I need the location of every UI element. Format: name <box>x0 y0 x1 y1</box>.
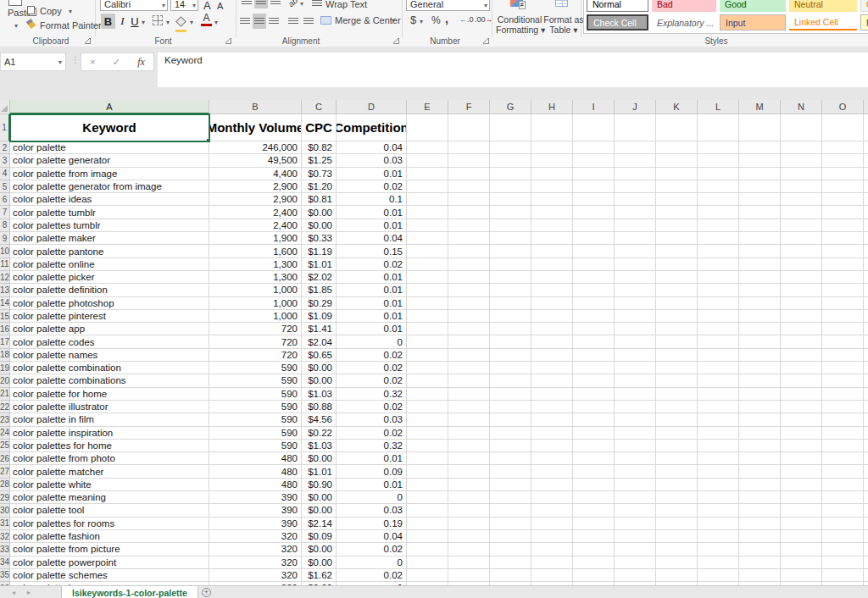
cell-C8[interactable]: $0.00 <box>302 219 337 232</box>
currency-dropdown-icon[interactable]: ▾ <box>420 18 423 25</box>
cell-F34[interactable] <box>448 556 490 569</box>
cell-B27[interactable]: 480 <box>209 465 302 478</box>
cell-D7[interactable]: 0.01 <box>337 206 407 219</box>
cell-M14[interactable] <box>739 297 781 310</box>
cell-F4[interactable] <box>448 168 490 180</box>
cell-K16[interactable] <box>656 323 698 335</box>
cell-I12[interactable] <box>573 271 615 284</box>
cell-M9[interactable] <box>739 232 781 245</box>
column-header-F[interactable]: F <box>448 100 490 114</box>
cell-J15[interactable] <box>615 310 656 323</box>
cell-L16[interactable] <box>698 323 739 335</box>
row-header-6[interactable]: 6 <box>0 193 10 206</box>
cell-J6[interactable] <box>615 193 656 206</box>
cell-B34[interactable]: 320 <box>209 556 302 569</box>
cell-L30[interactable] <box>698 504 739 517</box>
cell-K12[interactable] <box>656 271 698 284</box>
cell-N20[interactable] <box>781 374 822 387</box>
style-check-cell[interactable]: Check Cell <box>587 14 648 30</box>
font-dialog-launcher-icon[interactable] <box>225 38 231 44</box>
cell-B21[interactable]: 590 <box>209 388 302 401</box>
cell-G29[interactable] <box>490 491 531 504</box>
row-header-4[interactable]: 4 <box>0 168 10 180</box>
cell-N2[interactable] <box>781 141 822 154</box>
cell-H30[interactable] <box>531 504 573 517</box>
style-input[interactable]: Input <box>720 14 786 30</box>
cell-B29[interactable]: 390 <box>209 491 302 504</box>
cell-J32[interactable] <box>615 530 656 543</box>
cell-N10[interactable] <box>781 245 822 257</box>
cell-N1[interactable] <box>781 114 822 141</box>
cell-G33[interactable] <box>490 543 531 556</box>
cell-L22[interactable] <box>698 401 739 413</box>
cell-D3[interactable]: 0.03 <box>337 154 407 167</box>
cell-A13[interactable]: color palette definition <box>10 284 209 296</box>
cell-A11[interactable]: color palette online <box>10 258 209 271</box>
cell-L34[interactable] <box>698 556 739 569</box>
cell-I28[interactable] <box>573 479 615 491</box>
cell-I8[interactable] <box>573 219 615 232</box>
cell-A7[interactable]: color palette tumblr <box>10 206 209 219</box>
cell-H32[interactable] <box>531 530 573 543</box>
cell-D34[interactable]: 0 <box>337 556 407 569</box>
cell-G19[interactable] <box>490 362 531 374</box>
cell-D33[interactable]: 0.02 <box>337 543 407 556</box>
cell-B35[interactable]: 320 <box>209 569 302 582</box>
column-header-D[interactable]: D <box>337 100 407 114</box>
cell-A28[interactable]: color palette white <box>10 479 209 491</box>
cell-M13[interactable] <box>739 284 781 296</box>
row-header-31[interactable]: 31 <box>0 518 10 530</box>
cell-A35[interactable]: color palette schemes <box>10 569 209 582</box>
row-header-16[interactable]: 16 <box>0 323 10 335</box>
cell-E12[interactable] <box>407 271 448 284</box>
cell-I26[interactable] <box>573 452 615 465</box>
cell-B9[interactable]: 1,900 <box>209 232 302 245</box>
cell-O6[interactable] <box>822 193 864 206</box>
cell-L20[interactable] <box>698 374 739 387</box>
cell-D13[interactable]: 0.01 <box>337 284 407 296</box>
borders-dropdown-icon[interactable]: ▾ <box>166 19 170 26</box>
cell-I5[interactable] <box>573 180 615 193</box>
cell-J12[interactable] <box>615 271 656 284</box>
cell-B32[interactable]: 320 <box>209 530 302 543</box>
cell-F3[interactable] <box>448 154 490 167</box>
style-note[interactable]: Note <box>860 14 868 30</box>
cell-H12[interactable] <box>531 271 573 284</box>
cell-H22[interactable] <box>531 401 573 413</box>
cell-H25[interactable] <box>531 440 573 452</box>
row-header-33[interactable]: 33 <box>0 543 10 556</box>
cell-L9[interactable] <box>698 232 739 245</box>
cell-N21[interactable] <box>781 388 822 401</box>
cell-L28[interactable] <box>698 479 739 491</box>
cell-K11[interactable] <box>656 258 698 271</box>
cell-M34[interactable] <box>739 556 781 569</box>
decrease-indent-button[interactable] <box>287 14 300 29</box>
cell-B3[interactable]: 49,500 <box>209 154 302 167</box>
cell-D9[interactable]: 0.04 <box>337 232 407 245</box>
cell-B23[interactable]: 590 <box>209 413 302 426</box>
cell-E9[interactable] <box>407 232 448 245</box>
cell-J7[interactable] <box>615 206 656 219</box>
cell-K25[interactable] <box>656 440 698 452</box>
cell-L15[interactable] <box>698 310 739 323</box>
cell-G34[interactable] <box>490 556 531 569</box>
cell-A23[interactable]: color palette in film <box>10 413 209 426</box>
increase-indent-button[interactable] <box>302 14 315 29</box>
row-header-8[interactable]: 8 <box>0 219 10 232</box>
cell-E30[interactable] <box>407 504 448 517</box>
cell-C7[interactable]: $0.00 <box>302 206 337 219</box>
cell-H8[interactable] <box>531 219 573 232</box>
cell-H15[interactable] <box>531 310 573 323</box>
cell-E35[interactable] <box>407 569 448 582</box>
cell-B31[interactable]: 390 <box>209 518 302 530</box>
cell-N32[interactable] <box>781 530 822 543</box>
style-calculation[interactable]: Calculation <box>860 0 868 12</box>
cell-L5[interactable] <box>698 180 739 193</box>
cell-J24[interactable] <box>615 427 656 440</box>
cell-O18[interactable] <box>822 349 864 362</box>
cell-H13[interactable] <box>531 284 573 296</box>
cell-N13[interactable] <box>781 284 822 296</box>
cell-E10[interactable] <box>407 245 448 257</box>
cell-K3[interactable] <box>656 154 698 167</box>
cell-A27[interactable]: color palette matcher <box>10 465 209 478</box>
